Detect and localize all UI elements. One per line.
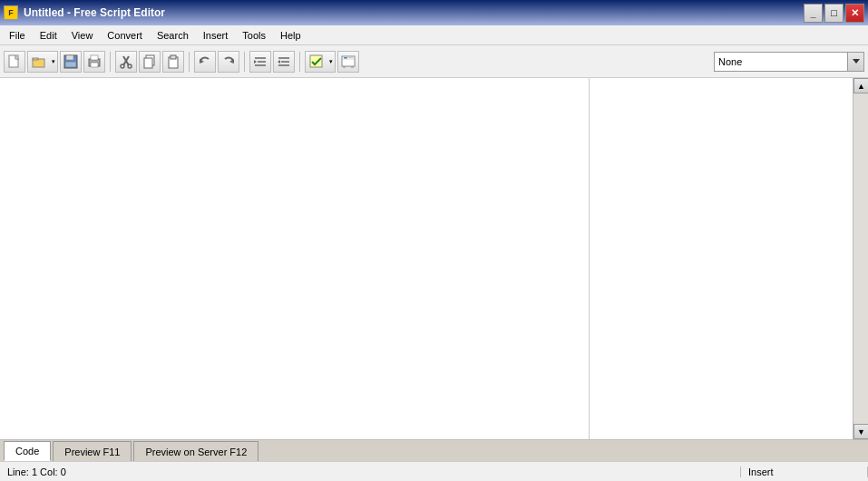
scroll-down-button[interactable]: ▼ [853,424,868,439]
editor-textarea[interactable] [0,78,589,439]
indent-button[interactable] [249,51,271,73]
preview-button[interactable] [337,51,359,73]
preview-icon [341,54,356,69]
app-icon: F [4,5,18,20]
style-select-input[interactable] [714,52,848,72]
check-group: ▾ [305,51,336,73]
separator-3 [244,52,245,72]
svg-rect-15 [144,58,152,68]
cut-icon [119,54,133,69]
paste-icon [166,54,180,69]
status-bar: Line: 1 Col: 0 Insert [0,461,868,481]
svg-point-13 [128,64,132,68]
cut-button[interactable] [115,51,137,73]
indent-icon [253,54,268,69]
menu-view[interactable]: View [64,25,101,44]
outdent-button[interactable] [273,51,295,73]
style-select-button[interactable] [848,52,864,72]
style-dropdown-container [714,52,864,72]
check-icon [309,54,324,69]
undo-button[interactable] [194,51,216,73]
menu-bar: File Edit View Convert Search Insert Too… [0,25,868,45]
menu-tools[interactable]: Tools [235,25,273,44]
open-group: ▾ [27,51,58,73]
inner-panels [0,78,853,439]
minimize-button[interactable]: _ [804,4,823,23]
scroll-up-button[interactable]: ▲ [853,78,868,93]
close-button[interactable]: ✕ [845,4,864,23]
chevron-down-icon [853,59,860,64]
content-wrapper: ▲ ▼ [0,78,868,439]
paste-button[interactable] [162,51,184,73]
svg-rect-5 [66,55,73,60]
maximize-button[interactable]: □ [824,4,844,23]
svg-marker-23 [254,60,257,64]
svg-rect-6 [65,62,76,67]
menu-convert[interactable]: Convert [100,25,150,44]
tab-preview-server[interactable]: Preview on Server F12 [133,441,258,461]
separator-2 [189,52,190,72]
svg-point-12 [121,64,124,68]
print-button[interactable] [83,51,105,73]
svg-rect-3 [33,58,38,60]
right-panel [590,78,853,439]
svg-rect-31 [344,57,347,59]
editor-panel [0,78,590,439]
scroll-track[interactable] [853,93,868,424]
open-icon [32,55,46,68]
menu-search[interactable]: Search [150,25,196,44]
new-button[interactable] [4,51,25,73]
save-button[interactable] [60,51,82,73]
copy-icon [142,54,157,69]
open-arrow-button[interactable]: ▾ [49,51,58,73]
save-icon [63,54,78,69]
toolbar: ▾ [0,45,868,78]
svg-rect-17 [171,55,176,59]
svg-rect-9 [91,55,98,60]
check-button[interactable] [305,51,327,73]
check-arrow-button[interactable]: ▾ [327,51,336,73]
svg-rect-8 [91,63,98,67]
redo-button[interactable] [218,51,239,73]
menu-help[interactable]: Help [273,25,308,44]
separator-1 [110,52,111,72]
outdent-icon [277,54,291,69]
menu-edit[interactable]: Edit [33,25,64,44]
menu-file[interactable]: File [2,25,33,44]
copy-button[interactable] [139,51,161,73]
menu-insert[interactable]: Insert [196,25,236,44]
svg-marker-27 [278,60,280,64]
separator-4 [299,52,300,72]
open-button[interactable] [27,51,49,73]
new-icon [7,54,22,69]
print-icon [87,54,102,69]
title-bar: F Untitled - Free Script Editor _ □ ✕ [0,0,868,25]
status-mode: Insert [741,466,868,477]
outer-vertical-scrollbar[interactable]: ▲ ▼ [853,78,868,439]
undo-icon [198,54,212,69]
tab-code[interactable]: Code [4,441,51,461]
tabs-bar: Code Preview F11 Preview on Server F12 [0,439,868,461]
window-title: Untitled - Free Script Editor [24,6,804,19]
title-buttons: _ □ ✕ [804,4,864,23]
redo-icon [221,54,236,69]
svg-rect-28 [310,55,322,67]
status-position: Line: 1 Col: 0 [0,466,741,477]
tab-preview-f11[interactable]: Preview F11 [53,441,132,461]
